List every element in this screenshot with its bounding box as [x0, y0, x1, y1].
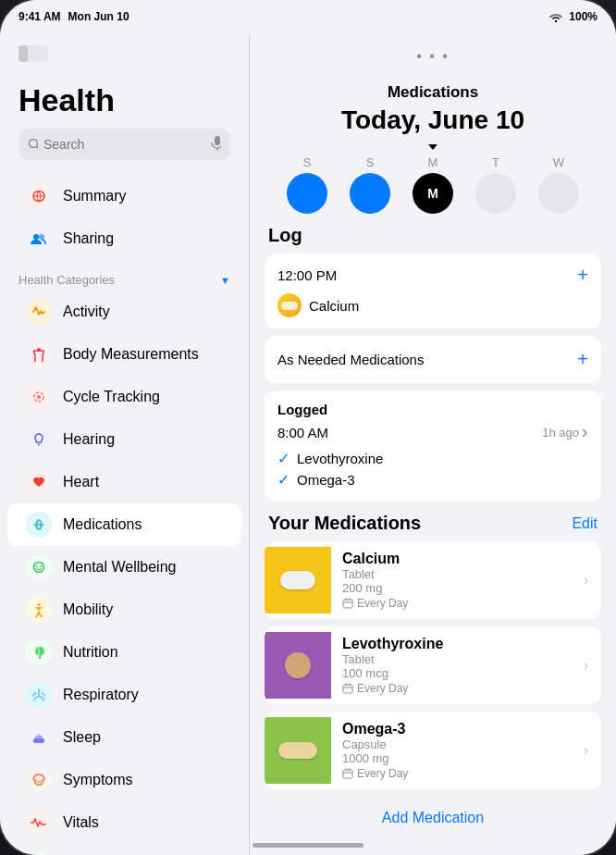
svg-line-4: [37, 147, 39, 151]
svg-rect-5: [215, 136, 220, 145]
log-add-noon[interactable]: +: [577, 265, 588, 286]
calendar-icon-omega: [342, 768, 353, 779]
content-area: • • • Medications Today, June 10 S S: [250, 33, 616, 855]
symptoms-icon: [26, 767, 52, 793]
categories-chevron[interactable]: ▼: [220, 275, 230, 286]
svg-rect-21: [35, 736, 43, 738]
sidebar-label-medications: Medications: [63, 516, 142, 533]
check-levo-icon: ✓: [277, 450, 290, 467]
mental-icon: [26, 554, 52, 580]
sidebar-item-mobility[interactable]: Mobility: [7, 589, 241, 631]
search-input[interactable]: [43, 137, 205, 152]
calendar-icon-levo: [342, 683, 353, 694]
sidebar-label-heart: Heart: [63, 474, 99, 490]
sidebar: Health: [0, 33, 250, 855]
calcium-chevron-icon: ›: [584, 572, 601, 589]
add-medication-button[interactable]: Add Medication: [265, 797, 601, 839]
date-nav: S S M M: [268, 155, 598, 214]
summary-icon: [26, 183, 52, 209]
calcium-pill-img: [280, 571, 315, 589]
svg-point-12: [38, 444, 40, 446]
sidebar-item-nutrition[interactable]: Nutrition: [7, 631, 241, 674]
sidebar-item-symptoms[interactable]: Symptoms: [7, 759, 241, 801]
svg-rect-20: [33, 738, 44, 743]
sidebar-item-respiratory[interactable]: Respiratory: [7, 674, 241, 716]
sidebar-toggle-icon[interactable]: [18, 43, 48, 65]
hearing-icon: [26, 427, 52, 452]
mobility-icon: [26, 597, 52, 623]
sidebar-item-sharing[interactable]: Sharing: [7, 217, 241, 260]
sidebar-label-sleep: Sleep: [63, 729, 101, 746]
day-w[interactable]: W: [538, 155, 579, 214]
logged-chevron-icon: [581, 428, 588, 439]
omega-chevron-icon: ›: [584, 742, 601, 759]
sharing-icon: [26, 226, 52, 252]
search-icon: [28, 138, 38, 151]
sidebar-item-heart[interactable]: Heart: [7, 461, 241, 503]
sidebar-item-hearing[interactable]: Hearing: [7, 418, 241, 461]
sidebar-label-summary: Summary: [63, 188, 126, 204]
svg-point-18: [41, 565, 43, 567]
status-bar: 9:41 AM Mon Jun 10 100%: [0, 0, 616, 33]
heart-icon: [26, 469, 52, 495]
date-heading: Today, June 10: [268, 105, 598, 135]
sidebar-item-activity[interactable]: Activity: [7, 291, 241, 333]
edit-button[interactable]: Edit: [572, 515, 598, 532]
sidebar-label-respiratory: Respiratory: [63, 687, 139, 703]
date: Mon Jun 10: [68, 10, 129, 23]
as-needed-add[interactable]: +: [577, 349, 588, 370]
content-header: • • • Medications Today, June 10 S S: [250, 33, 616, 214]
calendar-icon-calcium: [342, 598, 353, 609]
wifi-icon: [548, 11, 563, 22]
sidebar-item-vitals[interactable]: Vitals: [7, 801, 241, 844]
sidebar-item-medications[interactable]: Medications: [7, 503, 241, 546]
svg-point-0: [555, 20, 557, 22]
levo-thumbnail: [265, 632, 331, 699]
sidebar-item-cycle[interactable]: Cycle Tracking: [7, 376, 241, 418]
svg-point-3: [30, 140, 38, 148]
sidebar-label-symptoms: Symptoms: [63, 772, 133, 788]
sidebar-label-vitals: Vitals: [63, 814, 99, 831]
body-icon: [26, 341, 52, 367]
respiratory-icon: [26, 682, 52, 708]
omega-thumbnail: [265, 717, 331, 784]
app-title: Health: [18, 83, 230, 118]
sidebar-label-hearing: Hearing: [63, 431, 115, 448]
svg-point-19: [38, 603, 41, 606]
sidebar-item-body[interactable]: Body Measurements: [7, 333, 241, 376]
your-meds-title: Your Medications: [268, 513, 421, 534]
svg-rect-28: [343, 600, 352, 608]
day-s1[interactable]: S: [287, 155, 327, 214]
svg-rect-32: [343, 685, 352, 693]
sidebar-item-other[interactable]: Other Data: [7, 844, 241, 855]
med-card-omega[interactable]: Omega-3 Capsule 1000 mg Every Day: [265, 712, 601, 789]
sleep-icon: [26, 725, 52, 750]
categories-header: Health Categories ▼: [0, 260, 249, 291]
log-med-calcium: Calcium: [277, 293, 588, 317]
sidebar-item-summary[interactable]: Summary: [7, 175, 241, 217]
sidebar-item-mental[interactable]: Mental Wellbeing: [7, 546, 241, 589]
day-m[interactable]: M M: [413, 155, 453, 214]
logged-ago: 1h ago: [542, 426, 588, 440]
sidebar-label-nutrition: Nutrition: [63, 644, 118, 661]
calcium-thumbnail: [265, 547, 331, 613]
log-card-noon: 12:00 PM + Calcium: [265, 254, 601, 328]
day-t1[interactable]: T: [475, 155, 516, 214]
sidebar-item-sleep[interactable]: Sleep: [7, 716, 241, 759]
svg-rect-36: [343, 770, 352, 778]
med-card-calcium[interactable]: Calcium Tablet 200 mg Every Day: [265, 541, 601, 619]
levo-chevron-icon: ›: [584, 657, 601, 674]
home-indicator: [253, 843, 363, 848]
sidebar-label-mental: Mental Wellbeing: [63, 559, 176, 576]
more-dots[interactable]: • • •: [416, 48, 450, 64]
day-s2[interactable]: S: [350, 155, 390, 214]
medications-icon: [26, 512, 52, 538]
levo-info: Levothyroxine Tablet 100 mcg Every Day: [331, 626, 584, 704]
logged-card: Logged 8:00 AM 1h ago ✓ Levothyroxine: [265, 390, 601, 502]
activity-icon: [26, 299, 52, 325]
cycle-icon: [26, 384, 52, 410]
med-card-levo[interactable]: Levothyroxine Tablet 100 mcg Every Day: [265, 626, 601, 704]
search-bar[interactable]: [18, 129, 230, 160]
check-omega-icon: ✓: [277, 471, 290, 489]
log-section: Log 12:00 PM + Calcium: [250, 225, 616, 855]
